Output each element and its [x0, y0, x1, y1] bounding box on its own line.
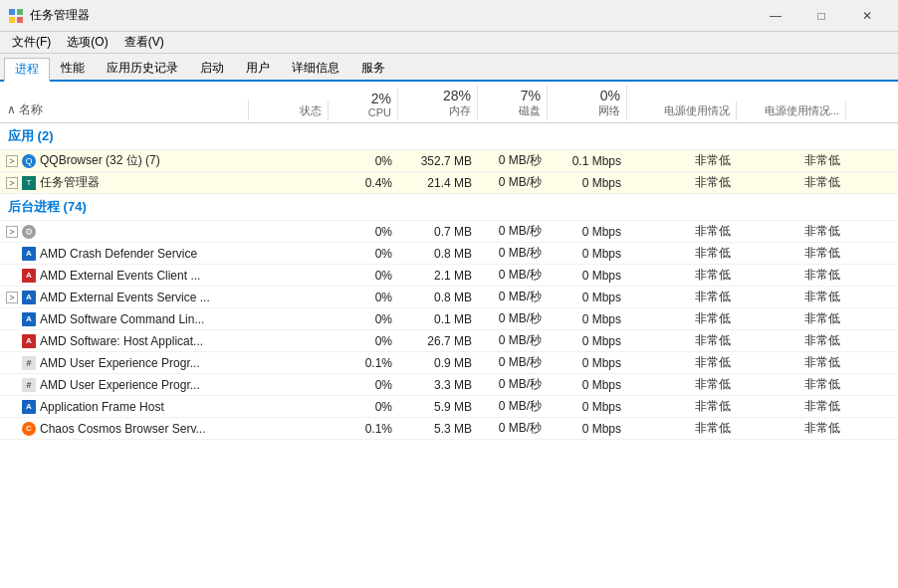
cell-cpu: 0%	[329, 312, 398, 326]
cell-mem: 0.8 MB	[398, 247, 478, 261]
table-row[interactable]: > ⚙ 0% 0.7 MB 0 MB/秒 0 Mbps 非常低 非常低	[0, 221, 898, 243]
col-state[interactable]: 状态	[249, 101, 329, 120]
cell-net: 0 Mbps	[548, 312, 627, 326]
table-row[interactable]: > A AMD External Events Service ... 0% 0…	[0, 287, 898, 308]
col-power-trend[interactable]: 电源使用情况...	[737, 101, 846, 120]
cell-disk: 0 MB/秒	[478, 267, 548, 284]
cell-name: A AMD Crash Defender Service	[0, 247, 249, 261]
expand-btn[interactable]: >	[6, 155, 18, 167]
table-row[interactable]: # AMD User Experience Progr... 0.1% 0.9 …	[0, 352, 898, 374]
tab-process[interactable]: 进程	[4, 58, 50, 82]
table-row[interactable]: # AMD User Experience Progr... 0% 3.3 MB…	[0, 374, 898, 396]
cell-disk: 0 MB/秒	[478, 376, 548, 393]
col-mem[interactable]: 28% 内存	[398, 86, 478, 120]
cell-power-trend: 非常低	[737, 398, 846, 415]
cell-name: A Application Frame Host	[0, 400, 249, 414]
cell-name: > A AMD External Events Service ...	[0, 291, 249, 304]
svg-rect-1	[17, 9, 23, 15]
menu-options[interactable]: 选项(O)	[59, 32, 115, 53]
cell-cpu: 0.1%	[329, 356, 398, 370]
app-icon	[8, 8, 24, 24]
cell-mem: 0.1 MB	[398, 312, 478, 326]
tab-app-history[interactable]: 应用历史记录	[96, 56, 189, 80]
cell-power-trend: 非常低	[737, 223, 846, 240]
cell-name: > Q QQBrowser (32 位) (7)	[0, 152, 249, 169]
cell-mem: 26.7 MB	[398, 334, 478, 348]
process-table[interactable]: 应用 (2) > Q QQBrowser (32 位) (7) 0% 352.7…	[0, 123, 898, 588]
cell-power: 非常低	[627, 267, 737, 284]
menu-view[interactable]: 查看(V)	[116, 32, 172, 53]
cell-net: 0 Mbps	[548, 269, 627, 283]
cell-net: 0 Mbps	[548, 422, 627, 436]
column-header: ∧ 名称 状态 2% CPU 28% 内存 7% 磁盘 0% 网络 电源使用情况…	[0, 82, 898, 123]
cell-power: 非常低	[627, 152, 737, 169]
col-power[interactable]: 电源使用情况	[627, 101, 737, 120]
cell-disk: 0 MB/秒	[478, 398, 548, 415]
table-row[interactable]: A AMD External Events Client ... 0% 2.1 …	[0, 265, 898, 287]
cell-mem: 0.9 MB	[398, 356, 478, 370]
tab-startup[interactable]: 启动	[189, 56, 235, 80]
table-row[interactable]: A AMD Crash Defender Service 0% 0.8 MB 0…	[0, 243, 898, 265]
gear-icon: ⚙	[22, 225, 36, 239]
menu-file[interactable]: 文件(F)	[4, 32, 59, 53]
cell-cpu: 0.4%	[329, 176, 398, 190]
cell-name: A AMD Software: Host Applicat...	[0, 334, 249, 348]
main-content: 应用 (2) > Q QQBrowser (32 位) (7) 0% 352.7…	[0, 123, 898, 588]
qq-icon: Q	[22, 154, 36, 168]
expand-btn[interactable]: >	[6, 226, 18, 238]
table-row[interactable]: A AMD Software: Host Applicat... 0% 26.7…	[0, 330, 898, 352]
col-net[interactable]: 0% 网络	[548, 86, 627, 120]
menu-bar: 文件(F) 选项(O) 查看(V)	[0, 32, 898, 54]
expand-btn[interactable]: >	[6, 292, 18, 303]
cell-net: 0 Mbps	[548, 378, 627, 392]
cell-mem: 5.9 MB	[398, 400, 478, 414]
cell-disk: 0 MB/秒	[478, 354, 548, 371]
table-row[interactable]: A Application Frame Host 0% 5.9 MB 0 MB/…	[0, 396, 898, 418]
col-disk[interactable]: 7% 磁盘	[478, 86, 548, 120]
cell-cpu: 0%	[329, 154, 398, 168]
cell-disk: 0 MB/秒	[478, 152, 548, 169]
maximize-button[interactable]: □	[798, 0, 844, 32]
table-row[interactable]: > Q QQBrowser (32 位) (7) 0% 352.7 MB 0 M…	[0, 150, 898, 172]
amd-blue-icon: A	[22, 291, 36, 304]
cell-disk: 0 MB/秒	[478, 245, 548, 262]
cell-net: 0 Mbps	[548, 176, 627, 190]
cell-mem: 352.7 MB	[398, 154, 478, 168]
table-row[interactable]: A AMD Software Command Lin... 0% 0.1 MB …	[0, 308, 898, 330]
cell-name: > T 任务管理器	[0, 174, 249, 191]
cell-power-trend: 非常低	[737, 152, 846, 169]
col-name[interactable]: ∧ 名称	[0, 99, 249, 120]
task-icon: T	[22, 176, 36, 190]
cell-net: 0.1 Mbps	[548, 154, 627, 168]
svg-rect-2	[9, 17, 15, 23]
cell-power: 非常低	[627, 223, 737, 240]
cell-mem: 2.1 MB	[398, 269, 478, 283]
cell-cpu: 0.1%	[329, 422, 398, 436]
cell-cpu: 0%	[329, 269, 398, 283]
expand-btn[interactable]: >	[6, 177, 18, 189]
cell-power: 非常低	[627, 332, 737, 349]
cell-power: 非常低	[627, 174, 737, 191]
cell-disk: 0 MB/秒	[478, 174, 548, 191]
cell-power: 非常低	[627, 376, 737, 393]
cell-name: C Chaos Cosmos Browser Serv...	[0, 422, 249, 436]
cell-power: 非常低	[627, 398, 737, 415]
tab-services[interactable]: 服务	[350, 56, 396, 80]
cell-power-trend: 非常低	[737, 245, 846, 262]
tab-users[interactable]: 用户	[235, 56, 281, 80]
window-controls: — □ ✕	[753, 0, 890, 32]
amd-hash-icon: #	[22, 378, 36, 392]
amd-blue-icon: A	[22, 312, 36, 326]
col-cpu[interactable]: 2% CPU	[329, 89, 398, 120]
amd-red-icon: A	[22, 334, 36, 348]
tab-details[interactable]: 详细信息	[281, 56, 350, 80]
tab-performance[interactable]: 性能	[50, 56, 96, 80]
cell-mem: 3.3 MB	[398, 378, 478, 392]
table-row[interactable]: C Chaos Cosmos Browser Serv... 0.1% 5.3 …	[0, 418, 898, 440]
cell-mem: 0.8 MB	[398, 291, 478, 304]
minimize-button[interactable]: —	[753, 0, 798, 32]
table-row[interactable]: > T 任务管理器 0.4% 21.4 MB 0 MB/秒 0 Mbps 非常低…	[0, 172, 898, 194]
cell-name: # AMD User Experience Progr...	[0, 378, 249, 392]
cell-power-trend: 非常低	[737, 354, 846, 371]
close-button[interactable]: ✕	[844, 0, 890, 32]
